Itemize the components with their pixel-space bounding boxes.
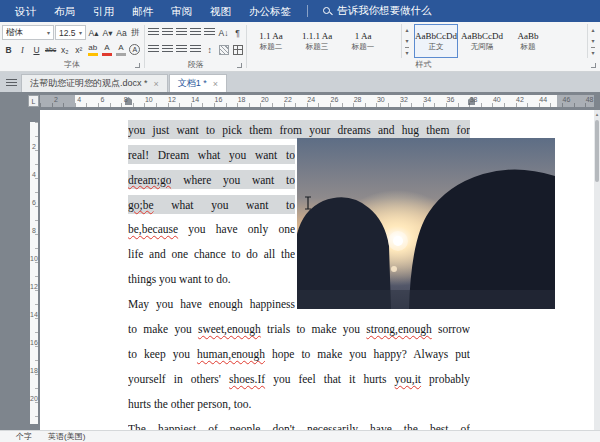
italic-button[interactable]: I: [16, 42, 29, 57]
style-card[interactable]: 1 Aa标题一: [341, 24, 385, 58]
text-segment: real! Dream what you want to: [128, 145, 295, 164]
document-line[interactable]: be,because you have only one: [128, 217, 295, 242]
v-scrollbar[interactable]: ▴: [594, 110, 600, 430]
line-spacing-button[interactable]: ↕: [203, 42, 216, 57]
subscript-button[interactable]: x₂: [58, 42, 71, 57]
text-segment: trials to make you: [261, 323, 366, 335]
menubar-tab[interactable]: 引用: [84, 0, 123, 22]
change-case-button[interactable]: Aa: [115, 25, 128, 40]
document-line[interactable]: yourself in others' shoes.If you feel th…: [128, 367, 470, 392]
document-page[interactable]: you just want to pick them from your dre…: [40, 110, 594, 430]
document-line[interactable]: things you want to do.: [128, 267, 295, 292]
document-line[interactable]: May you have enough happiness: [128, 292, 295, 317]
style-card[interactable]: AaBb标题: [506, 24, 550, 58]
enclose-characters-button[interactable]: A: [128, 42, 141, 57]
h-ruler[interactable]: L 24681012141618202224262830323436384042…: [0, 92, 600, 110]
character-shading-button[interactable]: A: [114, 42, 127, 57]
ruler-number: 10: [139, 96, 159, 103]
document-line[interactable]: go;be what you want to: [128, 192, 295, 217]
inline-image[interactable]: [297, 138, 555, 309]
underline-button[interactable]: U: [30, 42, 43, 57]
pilcrow-button[interactable]: ¶: [231, 25, 244, 40]
style-card[interactable]: AaBbCcDd正文: [414, 24, 458, 58]
style-label: 无间隔: [471, 42, 494, 52]
style-label: 标题一: [352, 42, 375, 52]
font-name-select[interactable]: 楷体 ▾: [2, 25, 54, 40]
borders-button[interactable]: [231, 42, 244, 57]
document-line[interactable]: hurts the other person, too.: [128, 392, 470, 417]
tell-me-box[interactable]: 告诉我你想要做什么: [315, 0, 440, 22]
superscript-button[interactable]: x²: [72, 42, 85, 57]
menubar-tab[interactable]: 办公标签: [240, 0, 300, 22]
ruler-number: 20: [29, 395, 39, 402]
text-segment: things you want to do.: [128, 273, 231, 285]
close-tab-icon[interactable]: ×: [213, 79, 218, 89]
document-line[interactable]: life and one chance to do all the: [128, 242, 295, 267]
document-line[interactable]: dream;go where you want to: [128, 167, 295, 192]
document-line[interactable]: The happiest of people don't necessarily…: [128, 417, 470, 430]
decrease-indent-button[interactable]: [189, 25, 202, 40]
scroll-down-icon[interactable]: ▾: [405, 37, 408, 44]
text-segment: you have only one: [178, 223, 295, 235]
ruler-number: 20: [255, 96, 275, 103]
text-segment: strong,enough: [366, 323, 431, 335]
scroll-down-icon[interactable]: ▾: [591, 37, 594, 44]
style-card[interactable]: AaBbCcDd无间隔: [460, 24, 504, 58]
dialog-launcher-icon[interactable]: [591, 63, 596, 68]
scroll-up-icon[interactable]: ▴: [405, 26, 408, 33]
gallery-more-icon[interactable]: ▾: [405, 47, 408, 56]
icon-glyph: A: [104, 44, 109, 52]
multilevel-list-button[interactable]: [175, 25, 188, 40]
shading-button[interactable]: [217, 42, 230, 57]
text-segment: probably: [421, 373, 470, 385]
tab-menu-icon[interactable]: [3, 74, 19, 92]
dialog-launcher-icon[interactable]: [237, 63, 242, 68]
bold-button[interactable]: B: [2, 42, 15, 57]
numbering-icon: [162, 28, 173, 37]
ruler-number: 12: [162, 96, 182, 103]
dialog-launcher-icon[interactable]: [135, 63, 140, 68]
document-line[interactable]: real! Dream what you want to: [128, 142, 295, 167]
align-center-button[interactable]: [161, 42, 174, 57]
sort-button[interactable]: A↓: [217, 25, 230, 40]
menubar-tab[interactable]: 布局: [45, 0, 84, 22]
align-right-button[interactable]: [175, 42, 188, 57]
strikethrough-button[interactable]: abc: [44, 42, 57, 57]
status-item[interactable]: 英语(美国): [48, 431, 85, 442]
scroll-up-icon[interactable]: ▴: [594, 111, 600, 117]
text-highlight-button[interactable]: ab: [86, 42, 99, 57]
shrink-font-button[interactable]: A▾: [101, 25, 114, 40]
document-line[interactable]: to make you sweet,enough trials to make …: [128, 317, 470, 342]
grow-font-button[interactable]: A▴: [87, 25, 100, 40]
font-color-button[interactable]: A: [100, 42, 113, 57]
close-tab-icon[interactable]: ×: [154, 79, 159, 89]
style-card[interactable]: 1 A: [387, 24, 399, 58]
menubar-tab[interactable]: 邮件: [123, 0, 162, 22]
font-color-bar: [102, 53, 112, 56]
bullets-button[interactable]: [147, 25, 160, 40]
numbering-button[interactable]: [161, 25, 174, 40]
menubar-tab[interactable]: 设计: [6, 0, 45, 22]
document-tab[interactable]: 文档1 *×: [169, 74, 227, 92]
document-tab[interactable]: 法帮助您证明您的观点.docx *×: [21, 74, 168, 92]
gallery-more-icon[interactable]: ▾: [591, 47, 594, 56]
style-card[interactable]: 1.1 Aa标题二: [249, 24, 293, 58]
v-ruler[interactable]: 2468101214161820: [28, 110, 40, 430]
font-size-select[interactable]: 12.5 ▾: [55, 25, 86, 40]
increase-indent-button[interactable]: [203, 25, 216, 40]
style-label: 标题: [521, 42, 536, 52]
align-left-button[interactable]: [147, 42, 160, 57]
style-card[interactable]: 1.1.1 Aa标题三: [295, 24, 339, 58]
status-item[interactable]: 个字: [16, 431, 32, 442]
menubar-tab[interactable]: 视图: [201, 0, 240, 22]
scrollbar-thumb[interactable]: [595, 120, 599, 182]
style-label: 标题三: [306, 42, 329, 52]
text-segment: shoes.If: [229, 373, 265, 385]
document-line[interactable]: to keep you human,enough hope to make yo…: [128, 342, 470, 367]
menubar-tab[interactable]: 审阅: [162, 0, 201, 22]
scroll-up-icon[interactable]: ▴: [591, 26, 594, 33]
justify-button[interactable]: [189, 42, 202, 57]
text-segment: sweet,enough: [198, 323, 261, 335]
shading-icon: [219, 45, 229, 55]
phonetic-guide-button[interactable]: 拼: [129, 25, 142, 40]
